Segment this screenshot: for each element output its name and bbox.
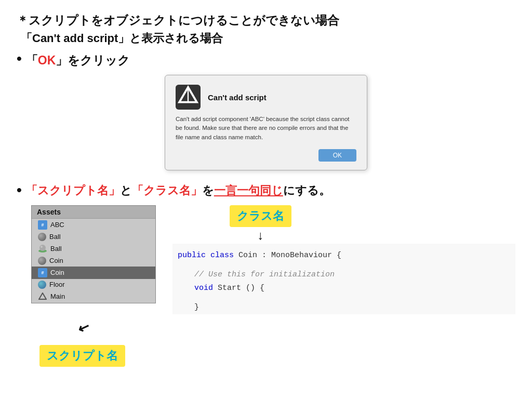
assets-code-row: Assets # ABC Ball Ball xyxy=(17,205,515,335)
class-name-label: クラス名 xyxy=(230,205,291,227)
main-heading: ＊スクリプトをオブジェクトにつけることができない場合 xyxy=(17,12,515,29)
assets-wrapper: Assets # ABC Ball Ball xyxy=(31,205,156,335)
list-item: # ABC xyxy=(32,219,155,231)
code-void: void xyxy=(194,284,213,292)
arrow-down-icon: ↓ xyxy=(258,228,264,243)
code-close-brace: } xyxy=(194,303,199,312)
code-line1-rest: : MonoBehaviour { xyxy=(262,251,341,260)
arrow-to-script-label: ↙ xyxy=(75,318,91,337)
bullet1-text: 「OK」をクリック xyxy=(26,52,130,69)
bullet2-text: 「スクリプト名」と「クラス名」を一言一句同じにする。 xyxy=(26,183,330,199)
code-comment: // Use this for initialization xyxy=(194,270,335,279)
script-icon: # xyxy=(38,220,47,230)
sub-heading: 「Can't add script」と表示される場合 xyxy=(17,31,515,46)
code-block: public class Coin : MonoBehaviour { // U… xyxy=(172,244,515,314)
ball-green-icon xyxy=(38,244,47,254)
svg-point-6 xyxy=(41,246,43,248)
script-name-label: スクリプト名 xyxy=(39,345,125,367)
coin-script-icon: # xyxy=(38,268,47,277)
assets-header: Assets xyxy=(32,206,155,219)
list-item: Ball xyxy=(32,231,155,243)
bullet2-section: • 「スクリプト名」と「クラス名」を一言一句同じにする。 Assets # AB… xyxy=(17,183,515,335)
code-line-comment: // Use this for initialization xyxy=(178,268,515,282)
code-start: Start () { xyxy=(218,284,264,292)
class-name-kw: 「クラス名」 xyxy=(132,184,202,197)
code-coin-name: Coin xyxy=(238,251,257,260)
code-line-1: public class Coin : MonoBehaviour { xyxy=(178,249,515,262)
unity-logo-icon xyxy=(176,85,201,110)
code-spacer xyxy=(178,262,515,268)
dialog-header: Can't add script xyxy=(176,85,356,110)
class-name-area: クラス名 ↓ public class Coin : MonoBehaviour… xyxy=(172,205,515,314)
bullet1-section: • 「OK」をクリック Can't add script Can't add s… xyxy=(17,52,515,170)
code-line-void: void Start () { xyxy=(178,282,515,295)
list-item: # Coin xyxy=(32,267,155,279)
dialog-container: Can't add script Can't add script compon… xyxy=(17,75,515,170)
dialog-body: Can't add script component 'ABC' because… xyxy=(176,115,356,142)
bullet-dot-2: • xyxy=(17,183,22,197)
asset-name-coin-ball: Coin xyxy=(49,257,63,264)
list-item: Main xyxy=(32,290,155,303)
code-line-close: } xyxy=(178,301,515,314)
dialog-box: Can't add script Can't add script compon… xyxy=(165,75,367,170)
class-name-label-group: クラス名 ↓ xyxy=(230,205,291,243)
floor-icon xyxy=(38,281,46,289)
dialog-ok-row: OK xyxy=(176,149,356,162)
asset-name-ball1: Ball xyxy=(49,233,61,241)
ok-button[interactable]: OK xyxy=(318,149,356,162)
asset-name-main: Main xyxy=(50,292,65,300)
ok-keyword: OK xyxy=(38,54,56,67)
same-phrase: 一言一句同じ xyxy=(214,184,283,197)
ball-icon xyxy=(38,233,46,241)
asset-name-ball2: Ball xyxy=(50,245,62,252)
dialog-title: Can't add script xyxy=(208,93,267,102)
assets-panel: Assets # ABC Ball Ball xyxy=(31,205,156,303)
asset-name-floor: Floor xyxy=(49,281,65,288)
list-item: Ball xyxy=(32,243,155,255)
bullet-dot-1: • xyxy=(17,51,22,66)
list-item: Coin xyxy=(32,255,155,267)
svg-marker-7 xyxy=(39,293,46,299)
code-public: public xyxy=(178,251,206,260)
code-class: class xyxy=(210,251,234,260)
code-spacer2 xyxy=(178,295,515,301)
list-item: Floor xyxy=(32,279,155,290)
svg-point-5 xyxy=(39,245,46,251)
script-name-label-box: スクリプト名 xyxy=(39,345,125,367)
script-name-kw: 「スクリプト名」 xyxy=(26,184,120,197)
coin-ball-icon xyxy=(38,257,46,265)
asset-name-coin-script: Coin xyxy=(50,269,64,276)
main-icon xyxy=(38,292,47,301)
asset-name-abc: ABC xyxy=(50,221,64,229)
